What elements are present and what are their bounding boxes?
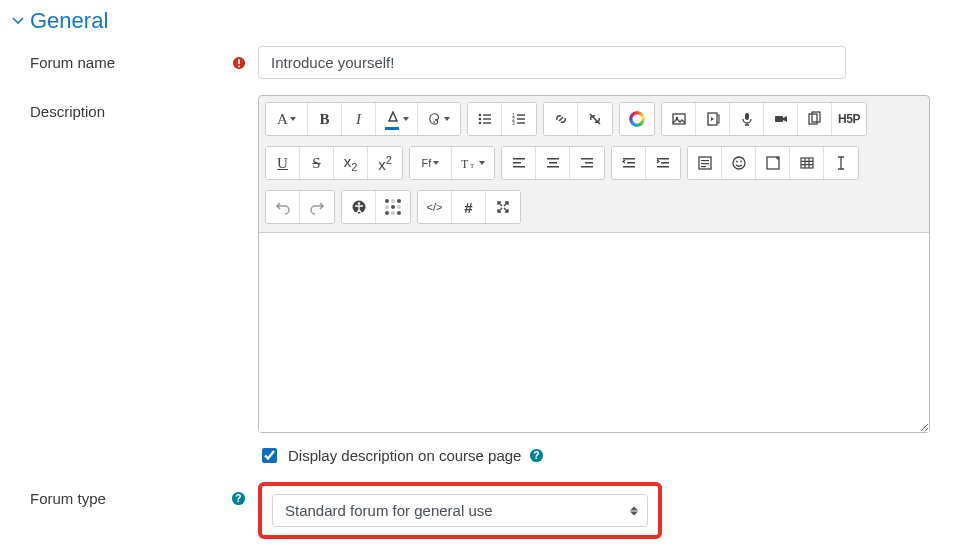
svg-rect-41 [701, 160, 709, 161]
svg-rect-48 [801, 158, 813, 168]
row-forum-name: Forum name [12, 46, 952, 79]
clear-formatting-button[interactable] [824, 147, 858, 179]
screenreader-helper-button[interactable] [376, 191, 410, 223]
svg-rect-16 [673, 114, 685, 124]
help-icon[interactable]: ? [231, 491, 246, 506]
insert-character-button[interactable] [756, 147, 790, 179]
media-button[interactable] [696, 103, 730, 135]
svg-rect-20 [775, 116, 783, 122]
undo-button[interactable] [266, 191, 300, 223]
align-left-button[interactable] [502, 147, 536, 179]
superscript-button[interactable]: x2 [368, 147, 402, 179]
svg-rect-1 [238, 59, 240, 64]
unlink-button[interactable] [578, 103, 612, 135]
italic-button[interactable]: I [342, 103, 376, 135]
svg-rect-37 [657, 158, 669, 160]
numbered-list-button[interactable]: 123 [502, 103, 536, 135]
svg-rect-27 [513, 166, 525, 168]
fullscreen-button[interactable] [486, 191, 520, 223]
svg-rect-31 [581, 158, 593, 160]
table-button[interactable] [790, 147, 824, 179]
html-source-button[interactable]: </> [418, 191, 452, 223]
svg-rect-38 [661, 162, 669, 164]
align-right-button[interactable] [570, 147, 604, 179]
svg-rect-28 [547, 158, 559, 160]
editor-toolbar-row-2: U S x2 x2 Ff TT [259, 140, 929, 182]
subscript-button[interactable]: x2 [334, 147, 368, 179]
link-button[interactable] [544, 103, 578, 135]
svg-point-2 [238, 65, 240, 67]
svg-text:3: 3 [512, 120, 515, 126]
forum-type-label: Forum type [30, 490, 106, 507]
svg-point-44 [733, 157, 745, 169]
svg-rect-11 [517, 114, 525, 115]
svg-rect-13 [517, 118, 525, 119]
image-button[interactable] [662, 103, 696, 135]
emoji-picker-button[interactable] [620, 103, 654, 135]
row-description: Description A B I [12, 95, 952, 466]
required-icon [232, 56, 246, 70]
svg-point-46 [740, 161, 742, 163]
svg-rect-42 [701, 163, 709, 164]
svg-text:T: T [461, 157, 469, 170]
svg-point-45 [736, 161, 738, 163]
forum-name-label: Forum name [30, 54, 115, 71]
svg-rect-7 [483, 118, 491, 119]
svg-rect-32 [585, 162, 593, 164]
svg-point-6 [478, 118, 481, 121]
insert-emoticon-button[interactable] [722, 147, 756, 179]
paragraph-style-dropdown[interactable]: A [266, 103, 308, 135]
bullet-list-button[interactable] [468, 103, 502, 135]
svg-text:?: ? [235, 493, 241, 504]
svg-rect-43 [701, 166, 706, 167]
forum-type-highlight: Standard forum for general use [258, 482, 662, 539]
equation-button[interactable] [688, 147, 722, 179]
svg-rect-9 [483, 122, 491, 123]
svg-rect-19 [745, 113, 749, 120]
row-forum-type: Forum type ? Standard forum for general … [12, 482, 952, 539]
outdent-button[interactable] [612, 147, 646, 179]
svg-rect-29 [549, 162, 557, 164]
text-color-dropdown[interactable] [376, 103, 418, 135]
display-description-checkbox[interactable] [262, 448, 277, 463]
font-family-dropdown[interactable]: Ff [410, 147, 452, 179]
section-toggle-general[interactable]: General [12, 8, 952, 34]
editor-toolbar-row-3: </> # [259, 184, 929, 232]
chevron-down-icon [12, 15, 24, 27]
display-description-row: Display description on course page ? [258, 445, 948, 466]
svg-text:T: T [470, 162, 475, 170]
svg-point-57 [357, 202, 359, 204]
h5p-button[interactable]: H5P [832, 103, 866, 135]
bold-button[interactable]: B [308, 103, 342, 135]
record-audio-button[interactable] [730, 103, 764, 135]
description-label: Description [30, 103, 105, 120]
indent-button[interactable] [646, 147, 680, 179]
manage-files-button[interactable] [798, 103, 832, 135]
svg-point-4 [478, 114, 481, 117]
svg-point-3 [433, 121, 435, 123]
editor-toolbar-row-1: A B I 123 [259, 96, 929, 138]
align-center-button[interactable] [536, 147, 570, 179]
strikethrough-button[interactable]: S [300, 147, 334, 179]
font-size-dropdown[interactable]: TT [452, 147, 494, 179]
accessibility-checker-button[interactable] [342, 191, 376, 223]
svg-rect-25 [513, 158, 525, 160]
forum-name-input[interactable] [258, 46, 846, 79]
rich-text-editor: A B I 123 [258, 95, 930, 433]
svg-rect-36 [623, 166, 635, 168]
svg-text:?: ? [534, 450, 540, 461]
svg-rect-35 [627, 162, 635, 164]
forum-type-select[interactable]: Standard forum for general use [272, 494, 648, 527]
hash-button[interactable]: # [452, 191, 486, 223]
redo-button[interactable] [300, 191, 334, 223]
section-title: General [30, 8, 108, 34]
display-description-label: Display description on course page [288, 447, 521, 464]
record-video-button[interactable] [764, 103, 798, 135]
svg-rect-34 [623, 158, 635, 160]
help-icon[interactable]: ? [529, 448, 544, 463]
more-formatting-dropdown[interactable] [418, 103, 460, 135]
underline-button[interactable]: U [266, 147, 300, 179]
svg-rect-5 [483, 114, 491, 115]
description-textarea[interactable] [259, 232, 929, 432]
svg-point-8 [478, 122, 481, 125]
